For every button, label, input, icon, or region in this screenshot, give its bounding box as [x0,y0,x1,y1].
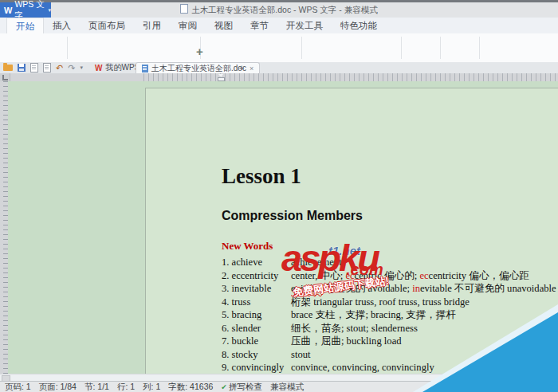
word-list: 1. achieveachievement2. eccentricitycent… [222,256,558,374]
open-folder-icon[interactable] [3,65,13,71]
word-row: 5. bracingbrace 支柱，支撑; bracing, 支撑，撑杆 [222,308,558,322]
status-bar: 页码: 1页面: 1/84节: 1/1行: 1列: 1字数: 41636✔拼写检… [0,381,558,392]
print-preview-icon[interactable] [30,63,38,73]
save-icon[interactable] [18,64,26,72]
word-definition: 细长，苗条; stout; slenderness [291,322,558,335]
menu-tab-5[interactable]: 视图 [206,18,242,33]
wps-w-icon: W [95,64,102,73]
word-term: 4. truss [222,296,291,309]
menu-tab-1[interactable]: 插入 [44,18,80,33]
word-term: 2. eccentricity [222,269,291,283]
new-tab-button[interactable]: + [239,63,244,73]
group-separator [301,37,302,59]
menu-tab-7[interactable]: 开发工具 [277,18,332,33]
status-item-1: 页面: 1/84 [39,382,77,392]
menu-tab-4[interactable]: 审阅 [170,18,206,33]
tab-selector-box[interactable] [0,73,10,81]
menu-tab-0[interactable]: 开始 [6,18,44,33]
group-separator [401,37,402,59]
word-row: 6. slender细长，苗条; stout; slenderness [222,322,558,335]
status-item-5: 字数: 41636 [168,382,213,392]
redo-icon[interactable]: ↷ [68,64,75,72]
menu-tab-3[interactable]: 引用 [134,18,170,33]
word-definition: evitable 可避免的 avoidable; inevitable 不可避免… [291,282,558,296]
status-item-0: 页码: 1 [5,382,31,392]
new-words-heading: New Words [222,240,273,253]
word-term: 5. bracing [222,308,291,322]
ribbon: 粘贴▾ ✂剪切 复制 格式刷 Times New Roma▾ 二号▾ A⁺ A⁻… [0,33,558,63]
close-icon[interactable]: × [250,65,253,73]
document-icon [180,4,188,14]
word-definition: 压曲，屈曲; buckling load [291,335,558,348]
ruler-ticks [143,73,558,81]
word-definition: center, 中心; eccentric 偏心的; eccentricity … [291,269,558,283]
title-bar: W WPS 文字 ▾ 土木工程专业英语全部.doc - WPS 文字 - 兼容模… [0,2,558,18]
undo-icon[interactable]: ↶ [56,64,63,72]
word-row: 2. eccentricitycenter, 中心; eccentric 偏心的… [222,269,558,283]
word-row: 3. inevitableevitable 可避免的 avoidable; in… [222,282,558,296]
word-row: 8. stockystout [222,348,558,362]
print-icon[interactable] [43,63,51,73]
menu-tab-8[interactable]: 特色功能 [332,18,386,33]
spellcheck-icon: ✔ [221,383,227,391]
indent-marker[interactable] [218,74,224,80]
group-separator [440,37,441,59]
status-item-6: ✔拼写检查 [221,382,262,392]
status-item-3: 行: 1 [117,382,135,392]
word-term: 3. inevitable [222,282,291,296]
menu-tabs: 开始插入页面布局引用审阅视图章节开发工具特色功能 [0,18,558,33]
paragraph-anchor-mark: + [196,45,203,58]
word-row: 7. buckle压曲，屈曲; buckling load [222,335,558,348]
word-row: 4. truss桁架 triangular truss, roof truss,… [222,296,558,309]
word-row: 9. convincinglyconvince, convincing, con… [222,361,558,374]
word-definition: stout [291,348,558,362]
word-definition: 桁架 triangular truss, roof truss, truss b… [291,296,558,309]
word-term: 6. slender [222,322,291,335]
status-item-2: 节: 1/1 [84,382,109,392]
word-term: 7. buckle [222,335,291,348]
qat-dropdown-icon[interactable]: ▾ [80,65,83,71]
status-item-4: 列: 1 [143,382,160,392]
window-title: 土木工程专业英语全部.doc - WPS 文字 - 兼容模式 [0,2,558,18]
quick-access-toolbar: ↶ ↷ ▾ [3,62,83,73]
group-separator [479,37,480,59]
word-term: 9. convincingly [222,361,291,374]
doc-page-icon [142,65,148,73]
word-definition: brace 支柱，支撑; bracing, 支撑，撑杆 [291,308,558,322]
menu-tab-6[interactable]: 章节 [242,18,277,33]
word-term: 1. achieve [222,256,291,269]
section-heading: Compression Members [222,209,363,223]
group-separator [67,37,68,59]
word-definition: achievement [291,256,558,269]
lesson-title: Lesson 1 [222,164,301,189]
word-definition: convince, convincing, convincingly [291,361,558,374]
word-term: 8. stocky [222,348,291,362]
status-item-7: 兼容模式 [270,382,304,392]
word-row: 1. achieveachievement [222,256,558,269]
document-tab-bar: ↶ ↷ ▾ W 我的WPS × 土木工程专业英语全部.doc × + [0,62,558,74]
menu-tab-2[interactable]: 页面布局 [80,18,134,33]
